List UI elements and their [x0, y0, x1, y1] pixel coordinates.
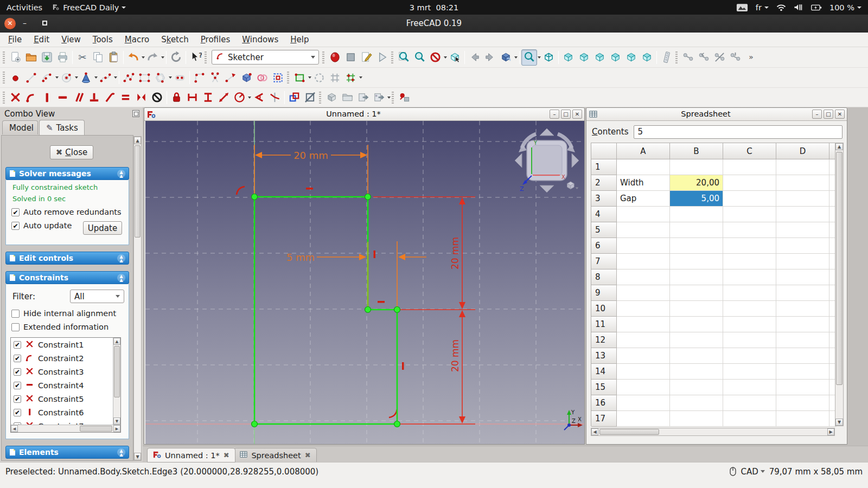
cell-C1[interactable]: [723, 159, 776, 175]
spreadsheet-grid[interactable]: ABCD12Width20,003Gap5,004567891011121314…: [591, 143, 835, 426]
activities-button[interactable]: Activities: [7, 3, 42, 12]
cell-B9[interactable]: [670, 285, 723, 301]
cell-C7[interactable]: [723, 254, 776, 269]
cell-D7[interactable]: [776, 254, 829, 269]
cell-B11[interactable]: [670, 317, 723, 332]
cell-D4[interactable]: [776, 207, 829, 222]
cell-B5[interactable]: [670, 222, 723, 238]
cell-B10[interactable]: [670, 301, 723, 317]
export-link-alt-dropdown-caret-icon[interactable]: [387, 97, 391, 99]
close-task-button[interactable]: ✖Close: [50, 145, 93, 159]
cell-C5[interactable]: [723, 222, 776, 238]
cell-B16[interactable]: [670, 395, 723, 411]
sheet-corner-header[interactable]: [591, 143, 617, 159]
open-document-button[interactable]: [23, 49, 39, 66]
subwindow-minimize-button[interactable]: –: [550, 110, 559, 119]
row-header-4[interactable]: 4: [591, 207, 617, 222]
scroll-down-icon[interactable]: ▼: [134, 453, 141, 460]
cell-contents-input[interactable]: 5: [634, 125, 843, 139]
cell-D14[interactable]: [776, 364, 829, 380]
toggle-driving-constraint-button[interactable]: [286, 89, 302, 106]
cell-C13[interactable]: [723, 348, 776, 364]
constrain-vertical-button[interactable]: [39, 89, 55, 106]
toolbar-handle[interactable]: [319, 92, 321, 104]
menu-tools[interactable]: Tools: [87, 33, 119, 46]
create-circle-button[interactable]: [59, 69, 74, 86]
row-header-8[interactable]: 8: [591, 269, 617, 285]
scroll-right-icon[interactable]: ▶: [113, 425, 120, 432]
fit-all-button[interactable]: [396, 49, 412, 66]
scroll-left-icon[interactable]: ◀: [591, 428, 598, 435]
tab-model[interactable]: Model: [2, 120, 38, 134]
tab-tasks[interactable]: ✎Tasks: [39, 120, 85, 135]
collapse-chevron-icon[interactable]: ▲▲: [117, 170, 125, 178]
auto-remove-checkbox[interactable]: ✔: [11, 208, 20, 216]
select-elements-button[interactable]: [292, 69, 308, 86]
cell-A13[interactable]: [617, 348, 670, 364]
cell-B15[interactable]: [670, 380, 723, 395]
remove-axes-alignment-button[interactable]: [343, 69, 359, 86]
redo-button[interactable]: [145, 49, 161, 66]
view-right-button[interactable]: [592, 49, 608, 66]
macro-stop-button[interactable]: [343, 49, 359, 66]
toolbar-handle[interactable]: [675, 52, 678, 63]
row-header-9[interactable]: 9: [591, 285, 617, 301]
undo-button[interactable]: [125, 49, 141, 66]
view-left-button[interactable]: [639, 49, 655, 66]
toggle-selectability-button[interactable]: [427, 49, 443, 66]
cell-B13[interactable]: [670, 348, 723, 364]
auto-update-checkbox[interactable]: ✔: [11, 222, 20, 230]
create-bspline-button[interactable]: [98, 69, 113, 86]
cell-D17[interactable]: [776, 411, 829, 427]
scroll-left-icon[interactable]: ◀: [11, 425, 18, 432]
tasks-panel-scrollbar[interactable]: ▲ ▼: [133, 136, 142, 461]
constraint-checkbox[interactable]: ✔: [14, 368, 21, 376]
cell-B2[interactable]: 20,00: [670, 175, 723, 191]
scroll-thumb[interactable]: [599, 429, 659, 435]
print-button[interactable]: [55, 49, 71, 66]
row-header-5[interactable]: 5: [591, 222, 617, 238]
scroll-up-icon[interactable]: ▲: [134, 137, 141, 144]
constraint-filter-dropdown[interactable]: All: [70, 290, 124, 303]
row-header-16[interactable]: 16: [591, 395, 617, 411]
cell-A9[interactable]: [617, 285, 670, 301]
row-header-10[interactable]: 10: [591, 301, 617, 317]
sheet-hscrollbar[interactable]: ◀ ▶: [591, 428, 835, 436]
workbench-selector[interactable]: Sketcher: [212, 50, 319, 65]
column-header-D[interactable]: D: [776, 143, 829, 159]
constrain-angle-button[interactable]: [251, 89, 267, 106]
section-solver-messages[interactable]: Solver messages▲▲: [5, 167, 129, 180]
scroll-up-icon[interactable]: ▲: [835, 143, 843, 150]
menu-sketch[interactable]: Sketch: [155, 33, 195, 46]
constrain-lock-button[interactable]: [169, 89, 184, 106]
constraint-checkbox[interactable]: ✔: [14, 382, 21, 389]
section-edit-controls[interactable]: Edit controls▲▲: [5, 252, 129, 265]
toolbar-handle[interactable]: [3, 92, 5, 104]
toolbar-handle[interactable]: [322, 52, 324, 63]
row-header-3[interactable]: 3: [591, 191, 617, 207]
cell-C2[interactable]: [723, 175, 776, 191]
cell-D1[interactable]: [776, 159, 829, 175]
scroll-down-icon[interactable]: ▼: [835, 419, 843, 426]
constrain-snell-button[interactable]: [267, 89, 283, 106]
scroll-up-icon[interactable]: ▲: [113, 338, 120, 345]
view-bottom-button[interactable]: [623, 49, 639, 66]
cell-A14[interactable]: [617, 364, 670, 380]
constrain-parallel-button[interactable]: [71, 89, 86, 106]
scroll-thumb[interactable]: [135, 145, 141, 237]
row-header-6[interactable]: 6: [591, 238, 617, 254]
3d-viewport[interactable]: 20 mm 5 mm: [145, 121, 584, 444]
cell-D2[interactable]: [776, 175, 829, 191]
constraint-checkbox[interactable]: ✔: [14, 355, 21, 362]
constrain-distance-x-button[interactable]: [184, 89, 200, 106]
create-conic-button[interactable]: [78, 69, 94, 86]
constraint-list-vscrollbar[interactable]: ▲ ▼: [113, 338, 120, 425]
constrain-coincident-button[interactable]: [8, 89, 23, 106]
toolbar-handle[interactable]: [205, 52, 207, 63]
subwindow-close-button[interactable]: ✕: [835, 110, 845, 119]
mdi-tab-unnamed-1[interactable]: Unnamed : 1*✖: [147, 448, 235, 463]
menu-file[interactable]: File: [2, 33, 28, 46]
menu-windows[interactable]: Windows: [236, 33, 284, 46]
row-header-11[interactable]: 11: [591, 317, 617, 332]
collapse-chevron-icon[interactable]: ▲▲: [117, 274, 125, 282]
